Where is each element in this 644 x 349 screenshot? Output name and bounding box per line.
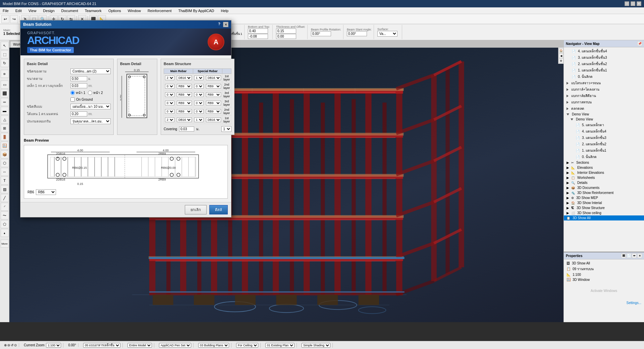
tool-fill[interactable]: ▨ <box>1 185 9 193</box>
nav-floor-0[interactable]: 📄 0. นั้นลิกด <box>564 73 644 80</box>
spec-count-2[interactable]: 01 <box>194 84 204 89</box>
tool-window[interactable]: 🪟 <box>1 142 9 150</box>
menu-help[interactable]: Help <box>219 8 230 13</box>
nav-floor-4[interactable]: 📄 4. แดนเหล็กชั้นชั้น4 <box>564 48 644 54</box>
ceiling-select[interactable]: For Ceiling <box>236 343 258 348</box>
spec-count-4[interactable]: 01 <box>194 101 204 105</box>
zoom-select[interactable]: 1:100 1:50 1:200 <box>46 343 61 348</box>
nav-floor-3[interactable]: 📄 3. แดนเหล็กชั้นชั้น3 <box>564 54 644 61</box>
nav-floor-1[interactable]: 📄 1. แดนเหล็กชั้นชั้น1 <box>564 67 644 73</box>
undo-button[interactable]: ↩ <box>1 15 9 23</box>
nav-demo-view-parent[interactable]: Demo View <box>564 112 644 117</box>
tool-morph[interactable]: ⬧ <box>1 229 9 237</box>
onground-checkbox[interactable] <box>70 97 75 102</box>
tool-more[interactable]: More <box>1 240 9 248</box>
main-count-5[interactable]: 02 <box>165 109 174 114</box>
spec-type-6[interactable]: DB16RB9 <box>206 117 221 122</box>
tool-zone[interactable]: ⬡ <box>1 159 9 167</box>
nav-group-3[interactable]: แบกกาล์ยสีดียาน <box>564 93 644 99</box>
type-select[interactable]: Continu...am (2) <box>70 68 111 74</box>
spec-type-5[interactable]: RB9DB16 <box>206 109 221 114</box>
menu-document[interactable]: Document <box>60 8 79 13</box>
menu-options[interactable]: Options <box>107 8 122 13</box>
stirrup-type-select[interactable]: RB6 RB8 <box>36 189 56 195</box>
tool-spline[interactable]: 〜 <box>1 211 9 219</box>
minimize-button[interactable]: ─ <box>625 1 629 6</box>
nav-group-1[interactable]: แบโลระสจาว+รจนน <box>564 80 644 86</box>
face2-label[interactable]: หน้า 2 <box>88 90 103 95</box>
nav-3d-show-all[interactable]: 📋 3D Show All <box>564 215 644 220</box>
menu-reinforcement[interactable]: Reinforcement <box>146 8 173 13</box>
tool-line[interactable]: ╱ <box>1 194 9 202</box>
main-type-1[interactable]: DB16RB9 <box>177 76 192 80</box>
spec-type-4[interactable]: RB9DB16 <box>206 101 221 105</box>
tool-beam[interactable]: ═ <box>1 98 9 106</box>
face1-radio[interactable] <box>70 91 75 95</box>
prop-close[interactable]: ✕ <box>637 253 642 258</box>
cancel-button[interactable]: ยกเลิก <box>185 205 207 214</box>
nav-demo-0[interactable]: 📄 0. นั้นลิกด <box>564 154 644 160</box>
nav-demo-4[interactable]: 📄 4. แดนเหล็กชั้น4 <box>564 128 644 135</box>
ok-button[interactable]: ตีสล้ <box>209 205 228 214</box>
pen-select-status[interactable]: AppliCAD Pen Set <box>157 343 194 348</box>
layer-select-status[interactable]: 03 Building Plans <box>198 343 229 348</box>
tool-roof[interactable]: △ <box>1 115 9 123</box>
floor-plan-select-status[interactable]: 05 แบบอาหารเหล็กชั้น <box>83 343 120 348</box>
tool-select[interactable]: ⬚ <box>1 50 9 58</box>
profile-rotation-input[interactable] <box>311 31 331 36</box>
spec-type-3[interactable]: RB9DB16 <box>206 92 221 97</box>
spec-count-3[interactable]: 01 <box>194 92 204 97</box>
menu-view[interactable]: View <box>27 8 38 13</box>
nav-group-5[interactable]: ตลกดลด <box>564 105 644 112</box>
nav-3d-docs[interactable]: ▶ 📦 3D Documents <box>564 185 644 190</box>
dialog-help-btn[interactable]: ? <box>217 22 222 27</box>
tool-slab[interactable]: ▬ <box>1 107 9 115</box>
nav-demo-1[interactable]: 📄 1. แดนเหล็กชั้น1 <box>564 147 644 154</box>
prop-toolbar[interactable]: 🖼 📄 ✏ ✕ <box>621 253 642 258</box>
main-count-3[interactable]: 02 <box>165 92 174 97</box>
tool-arc[interactable]: ◜ <box>1 203 9 211</box>
existing-plan-status[interactable]: 01 Existing Plan <box>263 343 297 348</box>
shading-select[interactable]: Simple Shading <box>302 343 330 348</box>
tool-text[interactable]: T <box>1 177 9 185</box>
floor-select-status[interactable]: 05 แบบอาหารเหล็กชั้น <box>81 343 123 348</box>
tool-column[interactable]: ⬛ <box>1 89 9 97</box>
main-count-1[interactable]: 201 <box>165 76 174 80</box>
main-type-5[interactable]: RB9DB16 <box>177 109 192 114</box>
face1-label[interactable]: หน้า 1 <box>70 90 85 95</box>
existing-plan-select[interactable]: 01 Existing Plan <box>265 343 294 348</box>
offset-input[interactable] <box>276 34 296 39</box>
spec-count-6[interactable]: 10 <box>194 117 204 122</box>
settings-link[interactable]: Settings... <box>565 299 643 306</box>
nav-3d-mep[interactable]: ▶ ⚙ 3D Show MEP <box>564 195 644 200</box>
menu-edit[interactable]: Edit <box>14 8 23 13</box>
menu-design[interactable]: Design <box>42 8 56 13</box>
onground-checkbox-group[interactable]: On Ground <box>70 97 93 102</box>
model-select-status[interactable]: Entire Model <box>127 343 152 348</box>
pen-select[interactable]: AppliCAD Pen Set <box>159 343 191 348</box>
dialog-close-btn[interactable]: ✕ <box>223 22 228 27</box>
menu-teamwork[interactable]: Teamwork <box>84 8 103 13</box>
dialog-window-controls[interactable]: ? ✕ <box>217 22 228 27</box>
menu-file[interactable]: File <box>1 8 10 13</box>
nav-btn-prev[interactable]: ◀ <box>559 53 564 58</box>
nav-interior-elevations[interactable]: ▶ 📐 Interior Elevations <box>564 170 644 175</box>
row1-input[interactable] <box>70 111 87 116</box>
tool-door[interactable]: 🚪 <box>1 133 9 141</box>
panel-controls[interactable]: 📌 <box>637 41 642 46</box>
prop-btn-2[interactable]: 📄 <box>627 253 631 258</box>
spec-type-1[interactable]: DB16RB9 <box>206 76 221 80</box>
tool-stair[interactable]: ⊞ <box>1 124 9 132</box>
prop-btn-3[interactable]: ✏ <box>632 253 637 258</box>
top-value-input[interactable] <box>248 29 268 34</box>
prop-btn-1[interactable]: 🖼 <box>621 253 626 258</box>
nav-group-2[interactable]: แบกกาล์+โตลงลาน <box>564 86 644 93</box>
slant-angle-input[interactable] <box>347 31 367 36</box>
covering-input[interactable] <box>179 127 194 132</box>
nav-details[interactable]: ▶ 🔍 Details <box>564 180 644 185</box>
tool-object[interactable]: 📦 <box>1 150 9 158</box>
main-count-2[interactable]: 02 <box>165 84 174 89</box>
surface-select[interactable]: Va... <box>377 31 397 37</box>
nav-floor-2[interactable]: 📄 2. แดนเหล็กชั้นชั้น2 <box>564 61 644 67</box>
tool-poly[interactable]: ⬠ <box>1 220 9 228</box>
